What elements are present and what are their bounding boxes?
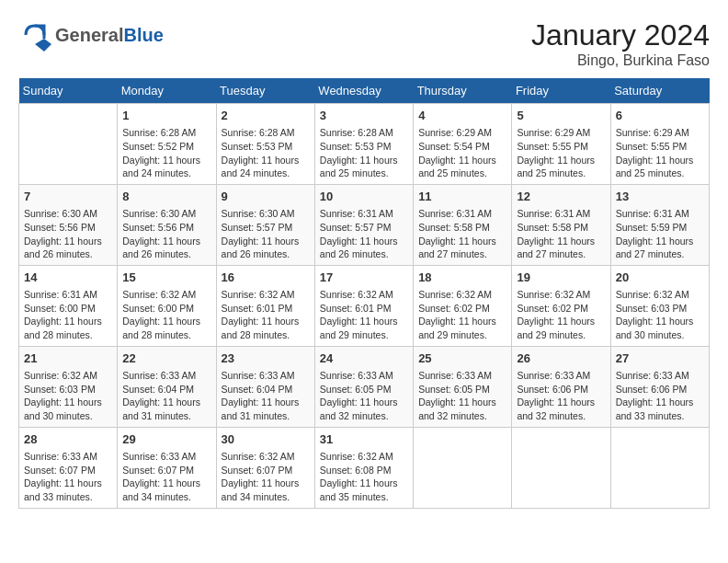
day-info: Sunrise: 6:30 AMSunset: 5:56 PMDaylight:… <box>122 207 210 261</box>
day-number: 1 <box>122 108 210 124</box>
calendar-cell <box>414 427 512 508</box>
calendar-cell: 8Sunrise: 6:30 AMSunset: 5:56 PMDaylight… <box>118 184 216 265</box>
day-number: 21 <box>24 350 112 367</box>
day-info: Sunrise: 6:30 AMSunset: 5:57 PMDaylight:… <box>222 207 310 261</box>
day-info: Sunrise: 6:29 AMSunset: 5:54 PMDaylight:… <box>418 126 506 180</box>
day-number: 31 <box>320 431 408 448</box>
day-info: Sunrise: 6:29 AMSunset: 5:55 PMDaylight:… <box>616 126 704 180</box>
day-number: 25 <box>418 350 506 367</box>
day-number: 19 <box>517 270 605 286</box>
day-info: Sunrise: 6:32 AMSunset: 6:07 PMDaylight:… <box>222 450 310 504</box>
day-number: 5 <box>517 108 605 124</box>
calendar-cell: 19Sunrise: 6:32 AMSunset: 6:02 PMDayligh… <box>512 265 610 346</box>
day-info: Sunrise: 6:31 AMSunset: 5:58 PMDaylight:… <box>517 207 605 261</box>
calendar-cell <box>19 104 118 185</box>
calendar-header-row: SundayMondayTuesdayWednesdayThursdayFrid… <box>19 78 710 104</box>
day-info: Sunrise: 6:30 AMSunset: 5:56 PMDaylight:… <box>24 207 112 261</box>
day-info: Sunrise: 6:33 AMSunset: 6:06 PMDaylight:… <box>517 369 605 423</box>
calendar-cell: 23Sunrise: 6:33 AMSunset: 6:04 PMDayligh… <box>216 346 314 427</box>
day-number: 27 <box>616 350 704 367</box>
calendar-cell: 28Sunrise: 6:33 AMSunset: 6:07 PMDayligh… <box>19 427 118 508</box>
day-info: Sunrise: 6:31 AMSunset: 6:00 PMDaylight:… <box>24 288 112 342</box>
day-number: 12 <box>517 189 605 205</box>
logo: GeneralBlue <box>18 18 164 52</box>
day-info: Sunrise: 6:29 AMSunset: 5:55 PMDaylight:… <box>517 126 605 180</box>
day-info: Sunrise: 6:33 AMSunset: 6:05 PMDaylight:… <box>418 369 506 423</box>
calendar-cell: 26Sunrise: 6:33 AMSunset: 6:06 PMDayligh… <box>512 346 610 427</box>
calendar-cell: 18Sunrise: 6:32 AMSunset: 6:02 PMDayligh… <box>414 265 512 346</box>
logo-text: GeneralBlue <box>55 25 164 46</box>
day-number: 29 <box>122 431 210 448</box>
calendar-cell: 17Sunrise: 6:32 AMSunset: 6:01 PMDayligh… <box>314 265 413 346</box>
day-info: Sunrise: 6:33 AMSunset: 6:04 PMDaylight:… <box>222 369 310 423</box>
page-subtitle: Bingo, Burkina Faso <box>531 52 710 69</box>
page-title: January 2024 <box>531 18 710 52</box>
day-number: 8 <box>122 189 210 205</box>
day-number: 15 <box>122 270 210 286</box>
calendar-cell: 5Sunrise: 6:29 AMSunset: 5:55 PMDaylight… <box>512 104 610 185</box>
calendar-cell: 9Sunrise: 6:30 AMSunset: 5:57 PMDaylight… <box>216 184 314 265</box>
calendar-week-1: 1Sunrise: 6:28 AMSunset: 5:52 PMDaylight… <box>19 104 710 185</box>
day-info: Sunrise: 6:33 AMSunset: 6:06 PMDaylight:… <box>616 369 704 423</box>
day-info: Sunrise: 6:33 AMSunset: 6:04 PMDaylight:… <box>122 369 210 423</box>
day-number: 23 <box>222 350 310 367</box>
day-info: Sunrise: 6:32 AMSunset: 6:02 PMDaylight:… <box>418 288 506 342</box>
day-info: Sunrise: 6:32 AMSunset: 6:03 PMDaylight:… <box>24 369 112 423</box>
day-info: Sunrise: 6:31 AMSunset: 5:58 PMDaylight:… <box>418 207 506 261</box>
calendar-cell: 3Sunrise: 6:28 AMSunset: 5:53 PMDaylight… <box>314 104 413 185</box>
day-number: 20 <box>616 270 704 286</box>
day-info: Sunrise: 6:28 AMSunset: 5:53 PMDaylight:… <box>320 126 408 180</box>
calendar-cell: 2Sunrise: 6:28 AMSunset: 5:53 PMDaylight… <box>216 104 314 185</box>
day-info: Sunrise: 6:33 AMSunset: 6:05 PMDaylight:… <box>320 369 408 423</box>
day-number: 14 <box>24 270 112 286</box>
calendar-cell: 13Sunrise: 6:31 AMSunset: 5:59 PMDayligh… <box>610 184 709 265</box>
day-header-friday: Friday <box>512 78 610 104</box>
day-info: Sunrise: 6:32 AMSunset: 6:00 PMDaylight:… <box>122 288 210 342</box>
day-number: 13 <box>616 189 704 205</box>
calendar-week-3: 14Sunrise: 6:31 AMSunset: 6:00 PMDayligh… <box>19 265 710 346</box>
day-number: 22 <box>122 350 210 367</box>
calendar-cell: 15Sunrise: 6:32 AMSunset: 6:00 PMDayligh… <box>118 265 216 346</box>
calendar-cell: 16Sunrise: 6:32 AMSunset: 6:01 PMDayligh… <box>216 265 314 346</box>
calendar-cell: 20Sunrise: 6:32 AMSunset: 6:03 PMDayligh… <box>610 265 709 346</box>
calendar-week-5: 28Sunrise: 6:33 AMSunset: 6:07 PMDayligh… <box>19 427 710 508</box>
day-info: Sunrise: 6:32 AMSunset: 6:02 PMDaylight:… <box>517 288 605 342</box>
calendar-cell: 10Sunrise: 6:31 AMSunset: 5:57 PMDayligh… <box>314 184 413 265</box>
calendar-cell: 14Sunrise: 6:31 AMSunset: 6:00 PMDayligh… <box>19 265 118 346</box>
day-header-monday: Monday <box>118 78 216 104</box>
day-info: Sunrise: 6:31 AMSunset: 5:59 PMDaylight:… <box>616 207 704 261</box>
day-number: 10 <box>320 189 408 205</box>
calendar-cell: 30Sunrise: 6:32 AMSunset: 6:07 PMDayligh… <box>216 427 314 508</box>
day-header-sunday: Sunday <box>19 78 118 104</box>
day-number: 7 <box>24 189 112 205</box>
day-number: 4 <box>418 108 506 124</box>
day-header-tuesday: Tuesday <box>216 78 314 104</box>
day-info: Sunrise: 6:32 AMSunset: 6:08 PMDaylight:… <box>320 450 408 504</box>
day-info: Sunrise: 6:32 AMSunset: 6:01 PMDaylight:… <box>320 288 408 342</box>
day-info: Sunrise: 6:32 AMSunset: 6:01 PMDaylight:… <box>222 288 310 342</box>
calendar-cell: 7Sunrise: 6:30 AMSunset: 5:56 PMDaylight… <box>19 184 118 265</box>
day-header-thursday: Thursday <box>414 78 512 104</box>
day-number: 18 <box>418 270 506 286</box>
calendar-cell: 21Sunrise: 6:32 AMSunset: 6:03 PMDayligh… <box>19 346 118 427</box>
day-number: 2 <box>222 108 310 124</box>
calendar-cell: 1Sunrise: 6:28 AMSunset: 5:52 PMDaylight… <box>118 104 216 185</box>
day-number: 9 <box>222 189 310 205</box>
calendar-cell: 29Sunrise: 6:33 AMSunset: 6:07 PMDayligh… <box>118 427 216 508</box>
calendar-cell: 12Sunrise: 6:31 AMSunset: 5:58 PMDayligh… <box>512 184 610 265</box>
page-header: GeneralBlue January 2024 Bingo, Burkina … <box>18 18 710 69</box>
day-info: Sunrise: 6:33 AMSunset: 6:07 PMDaylight:… <box>24 450 112 504</box>
day-info: Sunrise: 6:33 AMSunset: 6:07 PMDaylight:… <box>122 450 210 504</box>
calendar-week-4: 21Sunrise: 6:32 AMSunset: 6:03 PMDayligh… <box>19 346 710 427</box>
calendar-week-2: 7Sunrise: 6:30 AMSunset: 5:56 PMDaylight… <box>19 184 710 265</box>
day-number: 24 <box>320 350 408 367</box>
day-number: 28 <box>24 431 112 448</box>
day-header-saturday: Saturday <box>610 78 709 104</box>
logo-icon <box>18 18 51 52</box>
title-block: January 2024 Bingo, Burkina Faso <box>531 18 710 69</box>
calendar-cell: 24Sunrise: 6:33 AMSunset: 6:05 PMDayligh… <box>314 346 413 427</box>
day-number: 6 <box>616 108 704 124</box>
day-number: 16 <box>222 270 310 286</box>
day-info: Sunrise: 6:31 AMSunset: 5:57 PMDaylight:… <box>320 207 408 261</box>
day-number: 3 <box>320 108 408 124</box>
